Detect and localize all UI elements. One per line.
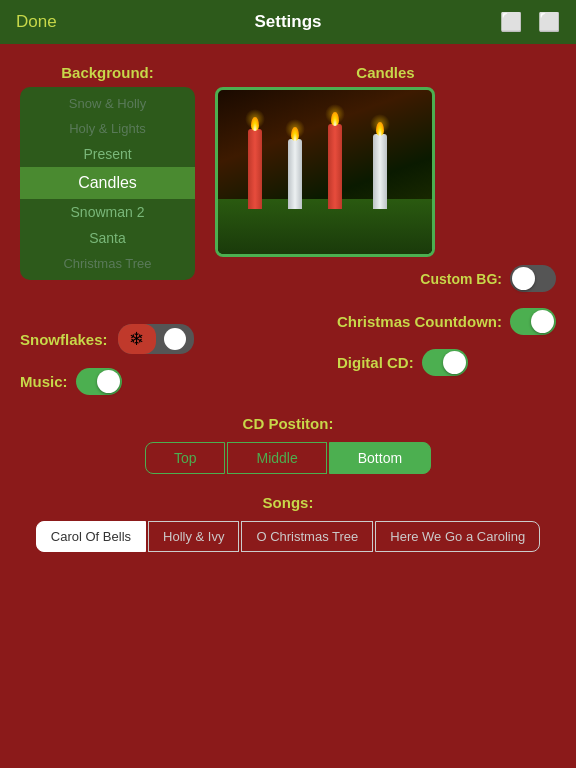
preview-title: Candles (215, 64, 556, 81)
song-btn-carol-of-bells[interactable]: Carol Of Bells (36, 521, 146, 552)
cd-btn-middle[interactable]: Middle (227, 442, 326, 474)
header-icons: ⬜ ⬜ (500, 11, 560, 33)
camera-icon[interactable]: ⬜ (500, 11, 522, 33)
christmas-countdown-label: Christmas Countdown: (337, 313, 502, 330)
left-controls: Snowflakes: ❄ Music: (20, 308, 194, 395)
digital-cd-row: Digital CD: (337, 349, 556, 376)
cd-btn-top[interactable]: Top (145, 442, 226, 474)
songs-buttons: Carol Of Bells Holly & Ivy O Christmas T… (20, 521, 556, 552)
custom-bg-toggle[interactable] (510, 265, 556, 292)
music-row: Music: (20, 368, 194, 395)
christmas-countdown-knob (531, 310, 554, 333)
songs-title: Songs: (20, 494, 556, 511)
snowflakes-label: Snowflakes: (20, 331, 108, 348)
digital-cd-toggle[interactable] (422, 349, 468, 376)
candles-scene (218, 90, 432, 254)
right-controls: Christmas Countdown: Digital CD: (337, 308, 556, 376)
snowflake-icon: ❄ (129, 328, 144, 350)
candle-1 (248, 129, 262, 209)
song-btn-here-we-go[interactable]: Here We Go a Caroling (375, 521, 540, 552)
music-label: Music: (20, 373, 68, 390)
digital-cd-knob (443, 351, 466, 374)
bg-item-snowman2[interactable]: Snowman 2 (20, 199, 195, 225)
bg-list-container: Background: Snow & Holly Holy & Lights P… (20, 64, 195, 292)
cd-btn-bottom[interactable]: Bottom (329, 442, 431, 474)
music-toggle[interactable] (76, 368, 122, 395)
flame-2 (291, 127, 299, 141)
christmas-countdown-toggle[interactable] (510, 308, 556, 335)
flame-3 (331, 112, 339, 126)
flame-4 (376, 122, 384, 136)
song-btn-holly-ivy[interactable]: Holly & Ivy (148, 521, 239, 552)
candle-4 (373, 134, 387, 209)
bg-label: Background: (20, 64, 195, 81)
bg-list: Snow & Holly Holy & Lights Present Candl… (20, 87, 195, 280)
christmas-countdown-row: Christmas Countdown: (337, 308, 556, 335)
bg-item-santa[interactable]: Santa (20, 225, 195, 251)
snowflake-off-btn[interactable] (156, 324, 194, 354)
bg-item-candles[interactable]: Candles (20, 167, 195, 199)
page-title: Settings (254, 12, 321, 32)
songs-section: Songs: Carol Of Bells Holly & Ivy O Chri… (20, 494, 556, 552)
cd-buttons: Top Middle Bottom (20, 442, 556, 474)
candle-3 (328, 124, 342, 209)
bg-section: Background: Snow & Holly Holy & Lights P… (20, 64, 556, 292)
snowflakes-row: Snowflakes: ❄ (20, 324, 194, 354)
snowflake-active-btn[interactable]: ❄ (118, 324, 156, 354)
main-content: Background: Snow & Holly Holy & Lights P… (0, 44, 576, 562)
preview-section: Candles (215, 64, 556, 292)
folder-icon[interactable]: ⬜ (538, 11, 560, 33)
custom-bg-toggle-knob (512, 267, 535, 290)
cd-position-title: CD Postiton: (20, 415, 556, 432)
candle-2 (288, 139, 302, 209)
snowflake-dot (164, 328, 186, 350)
song-btn-o-christmas-tree[interactable]: O Christmas Tree (241, 521, 373, 552)
done-button[interactable]: Done (16, 12, 57, 32)
music-toggle-knob (97, 370, 120, 393)
custom-bg-row: Custom BG: (215, 265, 556, 292)
bg-item-present[interactable]: Present (20, 141, 195, 167)
snowflake-toggle-group[interactable]: ❄ (118, 324, 194, 354)
middle-row: Snowflakes: ❄ Music: (20, 308, 556, 395)
bg-item-holy-lights[interactable]: Holy & Lights (20, 116, 195, 141)
custom-bg-label: Custom BG: (420, 271, 502, 287)
bg-item-christmas-tree[interactable]: Christmas Tree (20, 251, 195, 276)
digital-cd-label: Digital CD: (337, 354, 414, 371)
cd-section: CD Postiton: Top Middle Bottom (20, 415, 556, 474)
bg-item-snow-holly[interactable]: Snow & Holly (20, 91, 195, 116)
preview-image (215, 87, 435, 257)
flame-1 (251, 117, 259, 131)
header: Done Settings ⬜ ⬜ (0, 0, 576, 44)
